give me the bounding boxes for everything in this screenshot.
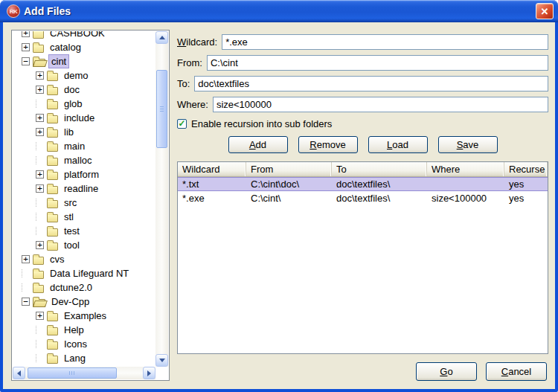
tree-item-icons[interactable]: Icons: [13, 337, 155, 351]
tree-item-tool[interactable]: +tool: [13, 238, 155, 252]
tree-connector-line: [36, 340, 44, 348]
remove-button[interactable]: Remove: [298, 136, 358, 153]
tree-item-label: include: [62, 112, 97, 124]
folder-open-icon: [33, 299, 45, 307]
column-header-to[interactable]: To: [332, 162, 427, 176]
tree-expand-icon[interactable]: +: [36, 184, 44, 193]
save-button[interactable]: Save: [438, 136, 498, 153]
tree-expand-icon[interactable]: +: [22, 255, 30, 263]
tree-item-dctune2-0[interactable]: dctune2.0: [13, 280, 155, 295]
to-input[interactable]: [194, 76, 548, 91]
tree-vertical-scrollbar[interactable]: [155, 31, 168, 367]
tree-item-demo[interactable]: +demo: [13, 68, 155, 83]
tree-expand-icon[interactable]: +: [36, 312, 44, 320]
folder-closed-icon: [47, 158, 58, 166]
tree-collapse-icon[interactable]: −: [22, 57, 30, 65]
cancel-button[interactable]: Cancel: [486, 362, 547, 381]
vertical-scroll-thumb[interactable]: [156, 70, 167, 148]
folder-closed-icon: [33, 271, 44, 279]
folder-closed-icon: [47, 115, 58, 123]
table-cell: doc\textfiles\: [332, 179, 427, 190]
close-button[interactable]: ✕: [536, 3, 554, 19]
tree-item-examples[interactable]: +Examples: [13, 309, 155, 323]
where-input[interactable]: [213, 97, 548, 112]
footer-button-row: GoCancel: [416, 362, 547, 381]
tree-expand-icon[interactable]: +: [36, 71, 44, 80]
scroll-up-button[interactable]: [155, 31, 168, 44]
column-header-from[interactable]: From: [246, 162, 332, 176]
tree-item-readline[interactable]: +readline: [13, 181, 155, 196]
tree-expand-icon[interactable]: +: [22, 43, 30, 51]
table-cell: C:\cint\: [246, 193, 332, 204]
folder-tree-panel: +CASHBOOK+catalog−cint+demo+docglob+incl…: [11, 30, 170, 381]
tree-item-label: main: [62, 140, 87, 152]
tree-item-stl[interactable]: stl: [13, 210, 155, 224]
window-title: Add Files: [24, 5, 71, 17]
folder-closed-icon: [47, 87, 58, 95]
load-button[interactable]: Load: [368, 136, 428, 153]
app-icon-text: RK: [10, 8, 18, 15]
table-row[interactable]: *.exeC:\cint\doc\textfiles\size<100000ye…: [178, 191, 548, 205]
tree-item-malloc[interactable]: malloc: [13, 153, 155, 167]
tree-item-catalog[interactable]: +catalog: [13, 40, 155, 54]
tree-expand-icon[interactable]: +: [22, 31, 30, 37]
folder-closed-icon: [47, 242, 58, 251]
tree-item-lang[interactable]: Lang: [13, 351, 155, 365]
table-row[interactable]: *.txtC:\cint\doc\doc\textfiles\yes: [178, 177, 548, 191]
where-label: Where:: [177, 99, 208, 110]
tree-item-label: doc: [62, 83, 82, 96]
tree-horizontal-scrollbar[interactable]: [13, 367, 155, 379]
tree-item-cvs[interactable]: +cvs: [13, 252, 155, 266]
column-header-where[interactable]: Where: [427, 162, 504, 176]
tree-item-platform[interactable]: +platform: [13, 167, 155, 181]
field-row-to: To:: [177, 76, 548, 91]
tree-item-label: demo: [62, 69, 91, 82]
checkbox-checked-icon[interactable]: ✓: [177, 119, 187, 129]
from-label: From:: [177, 57, 202, 68]
tree-item-cashbook[interactable]: +CASHBOOK: [13, 31, 155, 40]
tree-item-doc[interactable]: +doc: [13, 83, 155, 97]
go-button[interactable]: Go: [416, 362, 477, 381]
tree-item-src[interactable]: src: [13, 196, 155, 210]
folder-closed-icon: [47, 200, 58, 208]
wildcard-input[interactable]: [222, 34, 548, 50]
column-header-wildcard[interactable]: Wildcard: [178, 162, 246, 176]
tree-item-label: cint: [49, 55, 68, 68]
folder-closed-icon: [33, 257, 44, 265]
tree-item-glob[interactable]: glob: [13, 97, 155, 111]
tree-item-test[interactable]: test: [13, 224, 155, 238]
folder-closed-icon: [33, 45, 44, 53]
tree-item-data-lifeguard-nt[interactable]: Data Lifeguard NT: [13, 266, 155, 280]
tree-expand-icon[interactable]: +: [36, 128, 44, 136]
column-header-recurse[interactable]: Recurse: [504, 162, 548, 176]
tree-item-dev-cpp[interactable]: −Dev-Cpp: [13, 295, 155, 309]
tree-connector-line: [36, 354, 44, 362]
tree-expand-icon[interactable]: +: [36, 114, 44, 122]
add-button[interactable]: Add: [228, 136, 288, 153]
folder-closed-icon: [47, 327, 58, 335]
tree-item-help[interactable]: Help: [13, 323, 155, 337]
tree-item-cint[interactable]: −cint: [13, 54, 155, 68]
tree-expand-icon[interactable]: +: [36, 86, 44, 94]
tree-item-include[interactable]: +include: [13, 111, 155, 125]
scroll-right-button[interactable]: [143, 367, 155, 379]
arrow-right-icon: [147, 370, 154, 376]
tree-collapse-icon[interactable]: −: [22, 298, 30, 306]
horizontal-scroll-thumb[interactable]: [28, 367, 117, 379]
table-cell: yes: [504, 193, 548, 204]
tree-item-label: tool: [62, 239, 82, 251]
folder-closed-icon: [47, 129, 58, 138]
add-files-dialog: RK Add Files ✕ +CASHBOOK+catalog−cint+de…: [0, 0, 558, 392]
tree-item-lib[interactable]: +lib: [13, 125, 155, 139]
tree-expand-icon[interactable]: +: [36, 170, 44, 179]
tree-item-main[interactable]: main: [13, 139, 155, 153]
tree-expand-icon[interactable]: +: [36, 241, 44, 249]
folder-closed-icon: [47, 313, 58, 321]
titlebar[interactable]: RK Add Files ✕: [0, 0, 558, 22]
from-input[interactable]: [207, 55, 548, 71]
scroll-down-button[interactable]: [155, 354, 168, 367]
tree-item-label: Examples: [62, 309, 109, 322]
tree-item-label: test: [62, 225, 82, 237]
scroll-left-button[interactable]: [13, 367, 25, 379]
folder-closed-icon: [47, 214, 58, 222]
